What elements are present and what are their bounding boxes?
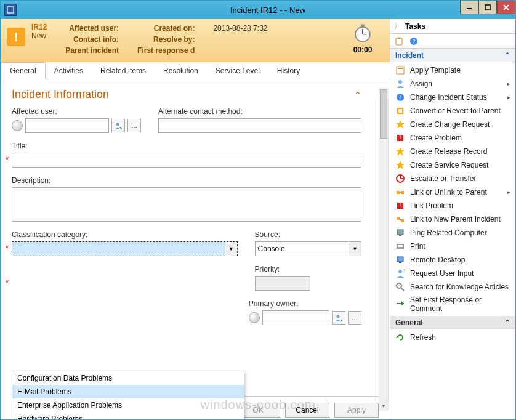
task-label: Refresh [410, 333, 436, 342]
svg-rect-41 [399, 262, 401, 263]
classification-option[interactable]: Configuration Data Problems [12, 371, 244, 385]
lbl-classification: Classification category: [12, 230, 238, 239]
classification-option[interactable]: E-Mail Problems [12, 385, 244, 398]
side-section-general[interactable]: General ⌃ [390, 316, 515, 329]
task-link-or-unlink-to-parent[interactable]: Link or Unlink to Parent▸ [390, 185, 515, 199]
tab-general[interactable]: General [1, 62, 46, 79]
task-label: Create Service Request [410, 161, 488, 169]
user-browse-button[interactable]: … [127, 119, 141, 132]
svg-point-10 [337, 315, 340, 318]
svg-rect-33 [397, 217, 400, 220]
svg-marker-25 [396, 147, 405, 156]
clipboard-icon[interactable] [394, 36, 404, 46]
form-scrollbar[interactable]: ▲ ▼ [379, 88, 389, 411]
side-section-incident[interactable]: Incident ⌃ [390, 49, 515, 62]
task-icon: ! [395, 92, 405, 102]
task-change-incident-status[interactable]: !Change Incident Status▸ [390, 91, 515, 104]
section-incident-info[interactable]: Incident Information ⌃ [12, 88, 379, 101]
svg-rect-36 [397, 230, 403, 235]
primary-owner-input[interactable] [262, 310, 329, 325]
classification-option[interactable]: Hardware Problems [12, 412, 244, 419]
tab-history[interactable]: History [268, 63, 308, 79]
hdr-parent-incident-lbl: Parent incident [65, 45, 119, 56]
svg-line-35 [400, 218, 401, 220]
submenu-arrow-icon: ▸ [507, 94, 510, 100]
collapse-icon[interactable]: ⌃ [504, 51, 510, 60]
lbl-title: Title: [12, 142, 361, 150]
task-icon [395, 160, 405, 170]
hdr-created-on-lbl: Created on: [137, 23, 195, 34]
window-minimize-button[interactable] [460, 1, 478, 14]
classification-combo[interactable]: ▼ [12, 241, 238, 256]
svg-rect-12 [398, 37, 400, 39]
svg-rect-16 [398, 68, 403, 69]
task-remote-desktop[interactable]: Remote Desktop [390, 253, 515, 267]
source-combo[interactable]: Console ▼ [255, 241, 361, 256]
description-input[interactable] [12, 187, 361, 222]
task-create-service-request[interactable]: Create Service Request [390, 158, 515, 172]
task-set-first-response-or-comment[interactable]: Set First Response or Comment [390, 294, 515, 315]
dropdown-icon[interactable]: ▼ [349, 242, 361, 256]
app-icon [4, 4, 17, 16]
stopwatch-icon [352, 23, 373, 44]
task-icon [395, 119, 405, 129]
task-icon [395, 228, 405, 238]
task-search-for-knowledge-articles[interactable]: Search for Knowledge Articles [390, 280, 515, 294]
collapse-icon[interactable]: ⌃ [504, 318, 510, 327]
dropdown-icon[interactable]: ▼ [225, 242, 237, 256]
hdr-first-response-lbl: First response d [137, 45, 195, 56]
alt-contact-input[interactable] [158, 118, 361, 133]
svg-rect-6 [361, 25, 364, 26]
priority-display [255, 276, 310, 291]
lbl-primary-owner: Primary owner: [249, 299, 361, 308]
task-link-to-new-parent-incident[interactable]: Link to New Parent Incident [390, 212, 515, 226]
task-ping-related-computer[interactable]: Ping Related Computer [390, 226, 515, 240]
cancel-button[interactable]: Cancel [285, 403, 329, 418]
task-refresh[interactable]: Refresh [390, 331, 515, 344]
tab-related-items[interactable]: Related Items [92, 63, 155, 79]
task-convert-or-revert-to-parent[interactable]: Convert or Revert to Parent [390, 104, 515, 118]
svg-rect-28 [397, 191, 400, 194]
help-icon[interactable]: ? [409, 36, 419, 46]
task-icon: ! [395, 201, 405, 211]
svg-rect-0 [7, 7, 14, 13]
tab-service-level[interactable]: Service Level [207, 63, 268, 79]
task-escalate-or-transfer[interactable]: Escalate or Transfer [390, 172, 515, 185]
window-close-button[interactable] [497, 1, 515, 14]
scroll-thumb[interactable] [380, 89, 387, 139]
collapse-icon[interactable]: ⌃ [354, 90, 361, 100]
owner-browse-button[interactable]: … [348, 311, 361, 325]
classification-dropdown[interactable]: Configuration Data ProblemsE-Mail Proble… [12, 371, 244, 419]
affected-user-input[interactable] [25, 118, 109, 133]
tab-resolution[interactable]: Resolution [155, 63, 207, 79]
lbl-alt-contact: Alternate contact method: [158, 107, 361, 116]
apply-button[interactable]: Apply [334, 403, 379, 418]
svg-rect-29 [401, 191, 404, 194]
presence-icon [12, 120, 23, 131]
task-label: Search for Knowledge Articles [410, 283, 509, 291]
svg-marker-47 [401, 301, 404, 306]
svg-rect-39 [398, 245, 403, 247]
task-create-release-record[interactable]: Create Release Record [390, 145, 515, 158]
tasks-header[interactable]: 〉 Tasks [390, 19, 515, 34]
owner-picker-button[interactable] [332, 311, 345, 325]
task-print[interactable]: Print [390, 240, 515, 253]
task-label: Link or Unlink to Parent [410, 188, 487, 196]
window-maximize-button[interactable] [478, 1, 497, 14]
task-label: Ping Related Computer [410, 228, 487, 237]
tab-activities[interactable]: Activities [46, 63, 92, 79]
task-create-change-request[interactable]: Create Change Request [390, 118, 515, 131]
user-picker-button[interactable] [111, 119, 125, 132]
task-apply-template[interactable]: Apply Template [390, 63, 515, 77]
svg-point-42 [398, 270, 402, 273]
task-assign[interactable]: Assign▸ [390, 77, 515, 91]
scroll-down-arrow[interactable]: ▼ [379, 401, 389, 411]
task-request-user-input[interactable]: ?Request User Input [390, 267, 515, 280]
task-link-problem[interactable]: !Link Problem [390, 199, 515, 212]
task-icon [395, 214, 405, 224]
incident-id: IR12 [31, 23, 47, 31]
lbl-description: Description: [12, 176, 361, 185]
title-input[interactable] [12, 153, 361, 168]
classification-option[interactable]: Enterprise Application Problems [12, 398, 244, 412]
task-create-problem[interactable]: !Create Problem [390, 131, 515, 145]
